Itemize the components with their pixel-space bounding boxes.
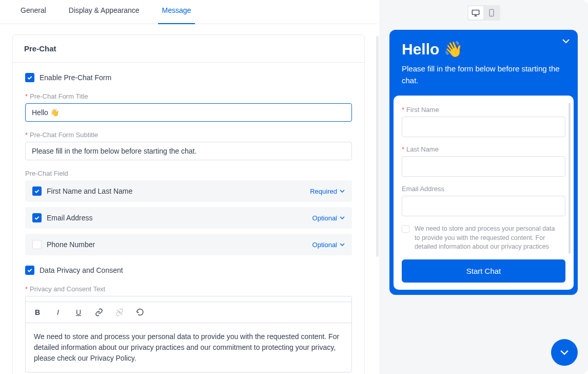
field-required-phone[interactable]: Optional [312,241,345,249]
chevron-down-icon [562,39,570,43]
form-subtitle-input[interactable] [25,142,352,160]
preview-input-email[interactable] [402,196,565,216]
required-asterisk: * [402,106,404,114]
preview-subtitle: Please fill in the form below before sta… [389,63,578,96]
device-mobile-button[interactable] [484,6,499,20]
preview-label-firstname: First Name [406,106,439,114]
preview-title: Hello 👋 [389,40,578,58]
preview-panel: Hello 👋 Please fill in the form below be… [379,0,588,374]
undo-button[interactable] [134,305,146,320]
form-title-label: Pre-Chat Form Title [30,92,88,100]
preview-form-card: * First Name * Last Name Email Address W… [394,96,574,290]
privacy-text-label: Privacy and Consent Text [30,285,105,293]
required-asterisk: * [25,92,28,100]
field-label-email: Email Address [47,214,312,222]
italic-button[interactable]: I [52,305,64,320]
prechat-field-heading: Pre-Chat Field [25,170,68,177]
enable-prechat-label: Enable Pre-Chat Form [40,73,111,82]
chevron-down-icon [340,216,345,219]
privacy-consent-checkbox[interactable] [25,266,34,275]
bold-button[interactable]: B [32,305,43,320]
preview-label-email: Email Address [402,185,444,193]
richtext-editor: B I U We need to store and proce [25,296,352,372]
required-asterisk: * [25,131,28,139]
svg-point-2 [491,15,492,15]
unlink-button[interactable] [114,305,125,320]
field-row-name: First Name and Last Name Required [25,180,352,202]
start-chat-button[interactable]: Start Chat [402,259,565,283]
chat-widget-preview: Hello 👋 Please fill in the form below be… [389,30,578,295]
preview-label-lastname: Last Name [406,145,439,153]
device-desktop-button[interactable] [468,6,483,20]
editor-toolbar: B I U [26,302,351,323]
chevron-down-icon [340,190,345,193]
field-row-phone: Phone Number Optional [25,234,352,255]
preview-consent-text: We need to store and process your person… [415,225,559,253]
field-label-phone: Phone Number [47,240,312,249]
svg-rect-0 [472,10,479,15]
desktop-icon [472,9,480,16]
tabs: General Display & Appearance Message [0,0,377,24]
tab-general[interactable]: General [9,0,57,24]
device-toggle [467,5,500,21]
editor-body[interactable]: We need to store and process your person… [26,323,351,372]
form-subtitle-label: Pre-Chat Form Subtitle [30,131,98,139]
field-required-email[interactable]: Optional [312,214,345,222]
field-checkbox-name[interactable] [32,186,42,196]
tab-message[interactable]: Message [151,0,203,24]
link-button[interactable] [93,305,105,320]
field-checkbox-phone[interactable] [32,240,42,249]
mobile-icon [488,9,495,17]
form-title-input[interactable] [25,103,352,122]
chevron-down-icon [340,243,345,246]
required-asterisk: * [402,145,404,153]
prechat-card: Pre-Chat Enable Pre-Chat Form * Pre-Chat… [12,34,365,374]
chevron-down-icon [560,350,569,355]
underline-button[interactable]: U [73,305,84,320]
tab-display-appearance[interactable]: Display & Appearance [57,0,151,24]
chat-fab-button[interactable] [551,339,578,366]
content-scroll: Pre-Chat Enable Pre-Chat Form * Pre-Chat… [0,24,377,374]
preview-input-lastname[interactable] [402,156,565,177]
section-title: Pre-Chat [13,35,364,63]
field-row-email: Email Address Optional [25,207,352,229]
field-label-name: First Name and Last Name [47,187,310,195]
required-asterisk: * [25,285,28,293]
preview-input-firstname[interactable] [402,117,565,137]
enable-prechat-checkbox[interactable] [25,73,34,82]
field-required-name[interactable]: Required [310,188,345,195]
preview-consent-checkbox[interactable] [402,225,409,233]
settings-panel: General Display & Appearance Message Pre… [0,0,377,374]
privacy-consent-label: Data Privacy and Consent [40,266,123,274]
collapse-button[interactable] [562,36,570,45]
field-checkbox-email[interactable] [32,213,42,222]
scrollbar[interactable] [376,36,379,257]
